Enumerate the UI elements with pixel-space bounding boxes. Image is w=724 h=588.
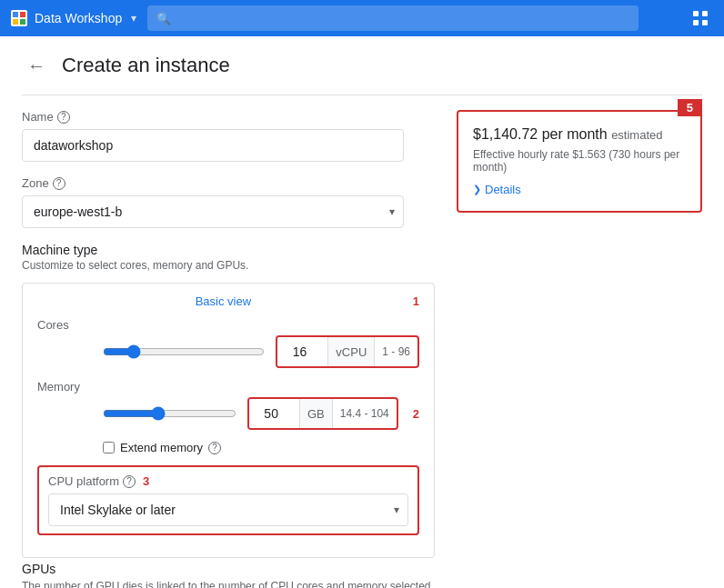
svg-rect-4 bbox=[693, 11, 699, 16]
gpus-title: GPUs bbox=[22, 562, 435, 576]
nav-right-actions bbox=[688, 5, 713, 31]
back-button[interactable]: ← bbox=[22, 51, 51, 80]
cores-range: 1 - 96 bbox=[374, 337, 417, 366]
memory-slider-container[interactable] bbox=[103, 406, 236, 421]
extend-memory-row: Extend memory ? bbox=[103, 441, 419, 454]
search-input[interactable] bbox=[178, 11, 629, 25]
zone-select[interactable]: europe-west1-b bbox=[22, 195, 404, 228]
cores-input-group: vCPU 1 - 96 bbox=[276, 335, 419, 368]
zone-select-wrapper: europe-west1-b ▾ bbox=[22, 195, 404, 228]
machine-box-header: Basic view 1 bbox=[37, 294, 419, 308]
memory-slider[interactable] bbox=[103, 406, 236, 421]
cpu-platform-box: CPU platform ? 3 Intel Skylake or later … bbox=[37, 465, 419, 535]
cores-slider[interactable] bbox=[103, 344, 265, 359]
name-label: Name ? bbox=[22, 110, 435, 124]
side-panel: 5 $1,140.72 per month estimated Effectiv… bbox=[457, 110, 702, 588]
main-content: ← Create an instance Name ? Zone ? bbox=[0, 36, 724, 588]
memory-unit: GB bbox=[299, 399, 332, 428]
cpu-platform-help-icon[interactable]: ? bbox=[123, 475, 136, 488]
machine-box: Basic view 1 Cores vCPU bbox=[22, 283, 435, 558]
price-monthly: $1,140.72 per month estimated bbox=[473, 126, 686, 143]
page-title: Create an instance bbox=[62, 54, 230, 77]
machine-type-subtitle: Customize to select cores, memory and GP… bbox=[22, 259, 435, 272]
top-navigation: Data Workshop ▾ 🔍 bbox=[0, 0, 724, 36]
cores-unit: vCPU bbox=[327, 337, 374, 366]
nav-grid-icon[interactable] bbox=[688, 5, 713, 31]
price-hourly-rate: Effective hourly rate $1.563 (730 hours … bbox=[473, 148, 686, 174]
extend-memory-label: Extend memory bbox=[120, 441, 203, 454]
cores-label: Cores bbox=[37, 318, 69, 332]
svg-rect-6 bbox=[693, 20, 699, 25]
svg-rect-0 bbox=[13, 12, 18, 17]
price-annotation: 5 bbox=[678, 99, 702, 116]
memory-range: 14.4 - 104 bbox=[332, 399, 397, 428]
extend-memory-help-icon[interactable]: ? bbox=[208, 442, 221, 454]
logo-icon bbox=[11, 10, 27, 26]
cpu-platform-label: CPU platform ? 3 bbox=[48, 474, 408, 488]
price-panel: 5 $1,140.72 per month estimated Effectiv… bbox=[457, 110, 702, 213]
annotation-1: 1 bbox=[413, 294, 419, 308]
name-input[interactable] bbox=[22, 129, 404, 162]
zone-help-icon[interactable]: ? bbox=[53, 177, 65, 190]
name-help-icon[interactable]: ? bbox=[57, 111, 70, 124]
extend-memory-checkbox[interactable] bbox=[103, 442, 115, 453]
page-header: ← Create an instance bbox=[22, 51, 702, 95]
form-section: Name ? Zone ? europe-west1-b ▾ bbox=[22, 110, 435, 588]
cores-row: vCPU 1 - 96 bbox=[37, 335, 419, 368]
search-bar[interactable]: 🔍 bbox=[147, 5, 639, 31]
app-name: Data Workshop bbox=[35, 11, 122, 25]
gpus-section: GPUs The number of GPU dies is linked to… bbox=[22, 562, 435, 588]
cores-number-input[interactable] bbox=[277, 337, 327, 366]
cpu-platform-select-wrapper: Intel Skylake or later ▾ bbox=[48, 493, 408, 526]
memory-input-group: GB 14.4 - 104 bbox=[247, 397, 398, 430]
search-icon: 🔍 bbox=[156, 12, 171, 25]
memory-label: Memory bbox=[37, 380, 80, 394]
memory-number-input[interactable] bbox=[249, 399, 299, 428]
details-chevron-icon: ❯ bbox=[473, 184, 481, 195]
details-link[interactable]: ❯ Details bbox=[473, 183, 686, 196]
svg-rect-3 bbox=[20, 19, 25, 25]
svg-rect-5 bbox=[702, 11, 708, 16]
memory-row: GB 14.4 - 104 2 bbox=[37, 397, 419, 430]
name-field-group: Name ? bbox=[22, 110, 435, 162]
machine-type-title: Machine type bbox=[22, 243, 435, 257]
basic-view-link[interactable]: Basic view bbox=[196, 294, 251, 308]
svg-rect-2 bbox=[13, 19, 18, 25]
svg-rect-1 bbox=[20, 12, 25, 17]
app-logo[interactable]: Data Workshop ▾ bbox=[11, 10, 136, 26]
annotation-2: 2 bbox=[413, 407, 419, 421]
zone-label: Zone ? bbox=[22, 176, 435, 190]
svg-rect-7 bbox=[702, 20, 708, 25]
gpus-description: The number of GPU dies is linked to the … bbox=[22, 578, 435, 588]
machine-type-section: Machine type Customize to select cores, … bbox=[22, 243, 435, 588]
app-menu-chevron[interactable]: ▾ bbox=[131, 12, 136, 25]
annotation-3: 3 bbox=[143, 474, 149, 488]
cpu-platform-select[interactable]: Intel Skylake or later bbox=[48, 493, 408, 526]
zone-field-group: Zone ? europe-west1-b ▾ bbox=[22, 176, 435, 228]
cores-slider-container[interactable] bbox=[103, 344, 265, 359]
content-layout: Name ? Zone ? europe-west1-b ▾ bbox=[22, 110, 702, 588]
